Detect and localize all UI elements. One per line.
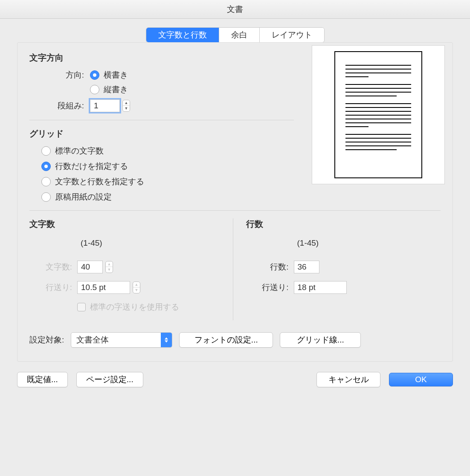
columns-input[interactable] (90, 99, 120, 112)
ok-button[interactable]: OK (389, 373, 453, 386)
radio-default-chars[interactable] (41, 146, 51, 156)
radio-horizontal-label: 横書き (104, 70, 128, 81)
chars-label: 文字数: (29, 261, 72, 273)
page-setup-button[interactable]: ページ設定... (76, 372, 143, 387)
chars-stepper: ▲ ▼ (105, 261, 113, 273)
apply-to-label: 設定対象: (29, 334, 64, 345)
tab-layout[interactable]: レイアウト (260, 28, 324, 42)
radio-chars-and-lines[interactable] (41, 177, 51, 186)
char-pitch-input (77, 281, 130, 294)
chevron-up-icon[interactable]: ▲ (123, 100, 130, 106)
radio-chars-and-lines-label: 文字数と行数を指定する (55, 176, 144, 187)
char-pitch-label: 行送り: (29, 282, 72, 293)
lines-label: 行数: (246, 261, 289, 273)
columns-stepper[interactable]: ▲ ▼ (122, 100, 130, 112)
chevron-down-icon[interactable]: ▼ (123, 106, 130, 111)
select-caret-icon (161, 333, 172, 347)
columns-label: 段組み: (41, 100, 84, 111)
chars-input (77, 261, 103, 273)
radio-manuscript-label: 原稿用紙の設定 (55, 192, 112, 203)
window-title: 文書 (0, 0, 470, 19)
use-default-pitch-label: 標準の字送りを使用する (90, 302, 179, 313)
apply-to-value: 文書全体 (71, 333, 161, 347)
page-preview (312, 45, 445, 184)
chevron-down-icon: ▼ (106, 267, 113, 273)
tab-margins[interactable]: 余白 (219, 28, 260, 42)
direction-label: 方向: (41, 70, 84, 81)
chevron-down-icon: ▼ (133, 287, 140, 293)
apply-to-select[interactable]: 文書全体 (71, 332, 172, 348)
radio-default-chars-label: 標準の文字数 (55, 145, 104, 157)
radio-horizontal[interactable] (90, 70, 99, 80)
defaults-button[interactable]: 既定値... (17, 372, 68, 387)
radio-vertical[interactable] (90, 85, 99, 94)
chars-heading: 文字数 (29, 218, 224, 230)
char-pitch-stepper: ▲ ▼ (133, 282, 140, 293)
chars-range: (1-45) (81, 238, 224, 248)
lines-range: (1-45) (297, 238, 441, 248)
line-pitch-label: 行送り: (246, 282, 289, 293)
lines-input[interactable] (294, 261, 319, 273)
line-pitch-input[interactable] (294, 281, 347, 294)
cancel-button[interactable]: キャンセル (316, 372, 380, 387)
use-default-pitch-checkbox (77, 303, 86, 311)
font-settings-button[interactable]: フォントの設定... (179, 332, 273, 348)
chevron-up-icon: ▲ (106, 261, 113, 267)
tab-bar: 文字数と行数 余白 レイアウト (17, 27, 453, 43)
radio-lines-only[interactable] (41, 162, 51, 171)
tab-chars-lines[interactable]: 文字数と行数 (146, 28, 219, 42)
lines-heading: 行数 (246, 218, 441, 230)
radio-vertical-label: 縦書き (104, 84, 128, 95)
gridlines-button[interactable]: グリッド線... (280, 332, 361, 348)
chevron-up-icon: ▲ (133, 282, 140, 287)
radio-lines-only-label: 行数だけを指定する (55, 161, 128, 172)
radio-manuscript[interactable] (41, 192, 51, 202)
